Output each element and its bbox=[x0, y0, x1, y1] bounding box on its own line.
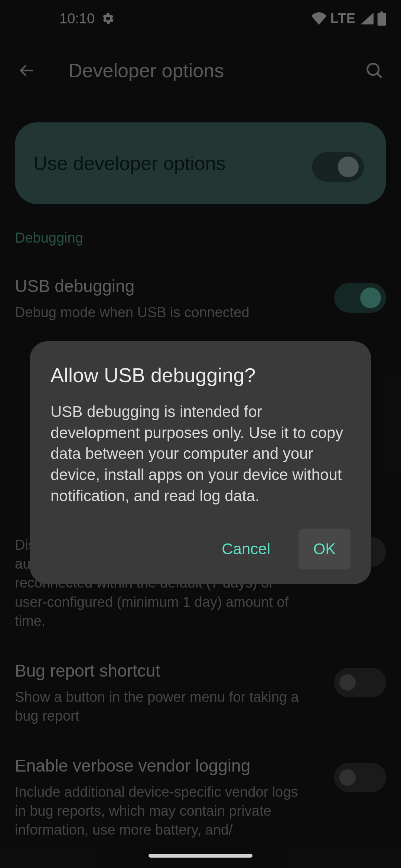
dialog-body: USB debugging is intended for developmen… bbox=[50, 401, 351, 506]
cancel-button[interactable]: Cancel bbox=[208, 529, 284, 569]
gesture-nav-handle[interactable] bbox=[149, 854, 252, 858]
allow-usb-debugging-dialog: Allow USB debugging? USB debugging is in… bbox=[30, 341, 371, 584]
ok-button[interactable]: OK bbox=[299, 529, 351, 569]
dialog-title: Allow USB debugging? bbox=[50, 364, 351, 387]
settings-screen: 10:10 LTE Developer options bbox=[0, 0, 401, 868]
dialog-actions: Cancel OK bbox=[50, 529, 351, 569]
dialog-scrim[interactable]: Allow USB debugging? USB debugging is in… bbox=[0, 0, 401, 868]
